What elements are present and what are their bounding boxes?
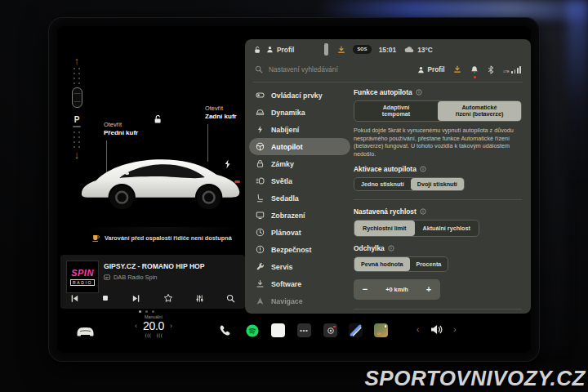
settings-search[interactable]: Nastavení vyhledávání Profil (245, 60, 531, 78)
option-adaptivni-tempomat[interactable]: Adaptivní tempomat (354, 101, 438, 121)
album-art-spin-radio[interactable]: SPIN RADIO (66, 261, 99, 293)
player-controls (70, 293, 235, 303)
phone-app-icon[interactable] (217, 323, 231, 337)
volume-up-chevron[interactable]: › (453, 326, 456, 333)
vehicle-side-view (77, 147, 246, 214)
favorite-star-icon[interactable] (163, 293, 173, 303)
lock-icon (256, 159, 265, 168)
software-update-icon[interactable] (337, 46, 345, 54)
display-icon (256, 211, 265, 220)
notes-app-icon[interactable] (271, 323, 285, 337)
section-nastavena-rychlost: Nastavená rychlost (354, 207, 522, 216)
sidebar-item-navigace[interactable]: Navigace (249, 292, 350, 310)
climate-control[interactable]: Manuální ‹ 20.0 › (121, 314, 186, 338)
sidebar-item-servis[interactable]: Servis (249, 258, 350, 275)
front-trunk-control[interactable]: Otevřít Přední kufr (104, 121, 138, 136)
download-update-icon[interactable] (453, 65, 461, 74)
photo-background: ↑ P ↓ Otevřít Přední kufr Otevřít Zadní … (0, 0, 588, 392)
sidebar-item-dynamika[interactable]: Dynamika (249, 104, 350, 121)
park-gear-label[interactable]: P (74, 116, 80, 124)
gear-dots-upper (72, 66, 82, 84)
decrease-button[interactable]: − (354, 285, 376, 294)
dashcam-app-icon[interactable] (323, 323, 337, 337)
info-icon[interactable] (388, 245, 394, 252)
notifications-bell-icon[interactable] (470, 62, 479, 77)
info-icon[interactable] (416, 89, 422, 96)
status-divider-highlight (324, 43, 328, 56)
speed-offset-stepper: − +0 km/h + (354, 279, 440, 300)
volume-down-chevron[interactable]: ‹ (416, 326, 419, 333)
search-icon (255, 65, 263, 74)
previous-track-icon[interactable] (70, 294, 79, 303)
theater-app-icon[interactable] (374, 323, 388, 337)
temp-increase-chevron[interactable]: › (170, 323, 172, 330)
search-placeholder: Nastavení vyhledávání (269, 65, 338, 74)
option-dvoji-stisknuti[interactable]: Dvojí stisknutí (411, 178, 464, 190)
headlight-icon (256, 176, 265, 185)
equalizer-icon[interactable] (195, 294, 204, 303)
sidebar-item-zobrazeni[interactable]: Zobrazení (249, 207, 350, 224)
watermark-text: SPORTOVNIVOZY.CZ (365, 366, 586, 391)
stop-icon[interactable] (101, 294, 109, 302)
info-icon[interactable] (420, 166, 426, 172)
option-automaticke-rizeni[interactable]: Automatické řízení (betaverze) (438, 101, 521, 121)
sketch-app-icon[interactable] (349, 323, 363, 337)
vehicle-controls-icon[interactable] (75, 326, 96, 341)
gear-up-arrow-icon[interactable]: ↑ (74, 56, 80, 66)
rear-trunk-control[interactable]: Otevřít Zadní kufr (205, 105, 237, 120)
bluetooth-icon[interactable] (488, 65, 494, 74)
sidebar-item-software[interactable]: Software (249, 275, 350, 292)
track-title[interactable]: GIPSY.CZ - ROMANO HIP HOP (104, 262, 205, 270)
option-procenta[interactable]: Procenta (410, 257, 448, 271)
sidebar-item-svetla[interactable]: Světla (249, 172, 350, 189)
option-pevna-hodnota[interactable]: Pevná hodnota (354, 257, 410, 271)
settings-panel: Profil SOS 15:01 13°C Nastavení vyhledáv… (245, 39, 531, 314)
media-source-label: DAB Radio Spin (114, 274, 157, 281)
sidebar-item-bezpecnost[interactable]: Bezpečnost (249, 241, 350, 258)
status-bar: Profil SOS 15:01 13°C (245, 39, 531, 57)
profile-person-icon[interactable] (266, 46, 274, 53)
media-search-icon[interactable] (226, 294, 235, 303)
defrost-front-icon[interactable] (145, 333, 152, 338)
unlocked-padlock-icon[interactable] (153, 113, 163, 127)
option-rychlostni-limit[interactable]: Rychlostní limit (354, 220, 415, 236)
sidebar-item-nabijeni[interactable]: Nabíjení (249, 121, 350, 138)
sidebar-item-autopilot[interactable]: Autopilot (249, 138, 350, 155)
volume-control: ‹ › (416, 324, 457, 335)
rear-trunk-action: Otevřít (205, 105, 237, 112)
driver-drowsiness-warning: Varování před ospalostí řidiče není dost… (91, 234, 232, 243)
person-icon (417, 66, 425, 74)
unlocked-lock-icon[interactable] (253, 46, 261, 54)
speaker-icon[interactable] (430, 324, 443, 335)
sidebar-item-ovladaci-prvky[interactable]: Ovládací prvky (249, 87, 350, 104)
settings-menu: Ovládací prvky Dynamika Nabíjení Autopil… (249, 87, 350, 310)
increase-button[interactable]: + (417, 285, 440, 294)
sos-badge[interactable]: SOS (353, 45, 371, 53)
park-sub-indicator (73, 126, 81, 127)
spotify-app-icon[interactable] (245, 323, 259, 337)
steering-wheel-icon (256, 142, 265, 151)
sidebar-item-sedadla[interactable]: Sedadla (249, 189, 350, 207)
temp-decrease-chevron[interactable]: ‹ (135, 323, 137, 330)
info-icon[interactable] (420, 208, 426, 215)
sidebar-item-zamky[interactable]: Zámky (249, 155, 350, 172)
page-indicator[interactable] (139, 310, 154, 313)
next-track-icon[interactable] (131, 294, 140, 303)
option-jedno-stisknuti[interactable]: Jedno stisknutí (354, 178, 411, 190)
offset-segmented: Pevná hodnota Procenta (354, 256, 448, 272)
defrost-rear-icon[interactable] (156, 333, 163, 338)
app-drawer-icon[interactable]: ••• (297, 323, 311, 337)
cloud-weather-icon (404, 46, 414, 53)
autopilot-settings-content: Funkce autopilota Adaptivní tempomat Aut… (354, 87, 522, 316)
cellular-signal-icon[interactable]: LTE (503, 66, 521, 74)
profile-button-label: Profil (428, 66, 445, 74)
cabin-temperature[interactable]: 20.0 (143, 319, 164, 332)
wrench-icon (256, 262, 265, 271)
section-odchylka: Odchylka (354, 244, 522, 252)
status-profile-label[interactable]: Profil (277, 46, 294, 54)
option-aktualni-rychlost[interactable]: Aktuální rychlost (415, 220, 479, 236)
profile-button[interactable]: Profil (417, 66, 445, 74)
gear-selector-strip[interactable]: ↑ P ↓ (65, 56, 88, 160)
radio-logo-text: RADIO (70, 279, 95, 286)
sidebar-item-planovat[interactable]: Plánovat (249, 224, 350, 241)
